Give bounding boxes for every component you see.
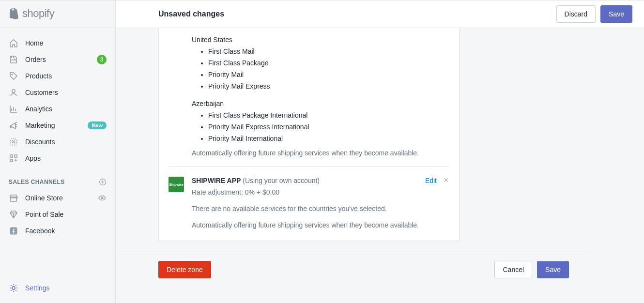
shopify-logo-icon (8, 7, 19, 20)
pos-icon (9, 210, 18, 219)
orders-icon (9, 55, 18, 64)
brand-logo[interactable]: shopify (0, 0, 115, 28)
nav-label: Analytics (25, 105, 107, 113)
section-title: SALES CHANNELS (9, 179, 65, 185)
nav-orders[interactable]: Orders 3 (4, 51, 111, 68)
add-channel-icon[interactable] (99, 178, 107, 186)
unsaved-bar: Unsaved changes Discard Save (116, 0, 644, 28)
nav-label: Discounts (25, 138, 107, 146)
nav-label: Apps (25, 154, 107, 162)
service-item: First Class Package (208, 57, 449, 69)
nav-home[interactable]: Home (4, 35, 111, 51)
channel-online-store[interactable]: Online Store (4, 190, 111, 206)
main: Unsaved changes Discard Save United Stat… (116, 0, 644, 303)
nav-label: Home (25, 39, 107, 47)
gear-icon (9, 283, 18, 293)
nav-label: Customers (25, 89, 107, 96)
close-icon[interactable] (443, 177, 449, 183)
carrier-title: SHIPWIRE APP (Using your own account) (192, 177, 419, 184)
service-item: First Class Mail (208, 45, 449, 57)
store-icon (9, 193, 18, 203)
service-item: Priority Mail Express (208, 80, 449, 92)
delete-zone-button[interactable]: Delete zone (158, 261, 211, 278)
service-item: Priority Mail International (208, 133, 449, 144)
nav-marketing[interactable]: Marketing New (4, 117, 111, 134)
content: United States First Class Mail First Cla… (116, 28, 644, 303)
service-item: First Class Package International (208, 109, 449, 121)
channel-facebook[interactable]: Facebook (4, 223, 111, 239)
nav-label: Products (25, 72, 107, 80)
nav-settings[interactable]: Settings (4, 280, 111, 296)
discounts-icon (9, 137, 18, 147)
auto-note: Automatically offering future shipping s… (169, 149, 449, 157)
channel-pos[interactable]: Point of Sale (4, 206, 111, 223)
eye-icon[interactable] (98, 194, 107, 202)
brand-name: shopify (22, 7, 54, 20)
svg-point-6 (101, 197, 103, 199)
primary-nav: Home Orders 3 Products Customers Analyti… (0, 28, 115, 169)
save-button-top[interactable]: Save (600, 5, 632, 23)
nav-label: Point of Sale (25, 211, 107, 218)
rate-adjustment: Rate adjustment: 0% + $0.00 (192, 188, 449, 196)
rates-card: United States First Class Mail First Cla… (158, 28, 460, 241)
service-item: Priority Mail Express International (208, 121, 449, 133)
nav-apps[interactable]: Apps (4, 150, 111, 167)
save-button-bottom[interactable]: Save (537, 261, 569, 278)
analytics-icon (9, 104, 18, 114)
page-footer: Delete zone Cancel Save (116, 252, 592, 278)
service-list-us: First Class Mail First Class Package Pri… (192, 45, 449, 92)
service-list-az: First Class Package International Priori… (192, 109, 449, 144)
settings-section: Settings (0, 275, 115, 303)
country-block-az: Azerbaijan First Class Package Internati… (169, 92, 449, 144)
apps-icon (9, 153, 18, 163)
carrier-account: (Using your own account) (243, 177, 320, 184)
carrier-name: SHIPWIRE APP (192, 177, 241, 184)
carrier-row: Shipwire SHIPWIRE APP (Using your own ac… (169, 167, 449, 229)
sales-channels-header: SALES CHANNELS (0, 169, 115, 190)
country-block-us: United States First Class Mail First Cla… (169, 28, 449, 92)
country-name: Azerbaijan (192, 100, 449, 107)
auto-note: Automatically offering future shipping s… (192, 221, 449, 229)
nav-analytics[interactable]: Analytics (4, 101, 111, 117)
orders-badge: 3 (97, 55, 107, 64)
cancel-button[interactable]: Cancel (494, 261, 532, 278)
nav-discounts[interactable]: Discounts (4, 134, 111, 150)
svg-point-1 (12, 90, 15, 92)
no-services-note: There are no available services for the … (192, 205, 449, 212)
svg-point-3 (12, 140, 13, 141)
nav-label: Marketing (25, 121, 81, 129)
country-name: United States (192, 36, 449, 44)
marketing-icon (9, 121, 18, 130)
nav-label: Settings (25, 284, 107, 292)
nav-label: Facebook (25, 227, 107, 235)
home-icon (9, 38, 18, 48)
unsaved-title: Unsaved changes (158, 10, 224, 18)
nav-label: Orders (25, 56, 90, 63)
nav-label: Online Store (25, 194, 91, 202)
nav-customers[interactable]: Customers (4, 84, 111, 101)
facebook-icon (9, 226, 18, 236)
products-icon (9, 71, 18, 81)
nav-products[interactable]: Products (4, 68, 111, 84)
svg-point-0 (12, 74, 13, 75)
new-badge: New (88, 121, 107, 129)
shipwire-logo: Shipwire (169, 177, 184, 192)
channels-nav: Online Store Point of Sale Facebook (0, 190, 115, 242)
customers-icon (9, 88, 18, 97)
svg-point-8 (12, 287, 15, 289)
svg-point-4 (14, 142, 15, 143)
discard-button[interactable]: Discard (556, 5, 596, 23)
edit-link[interactable]: Edit (425, 177, 437, 184)
service-item: Priority Mail (208, 69, 449, 80)
sidebar: shopify Home Orders 3 Products Customers (0, 0, 116, 303)
